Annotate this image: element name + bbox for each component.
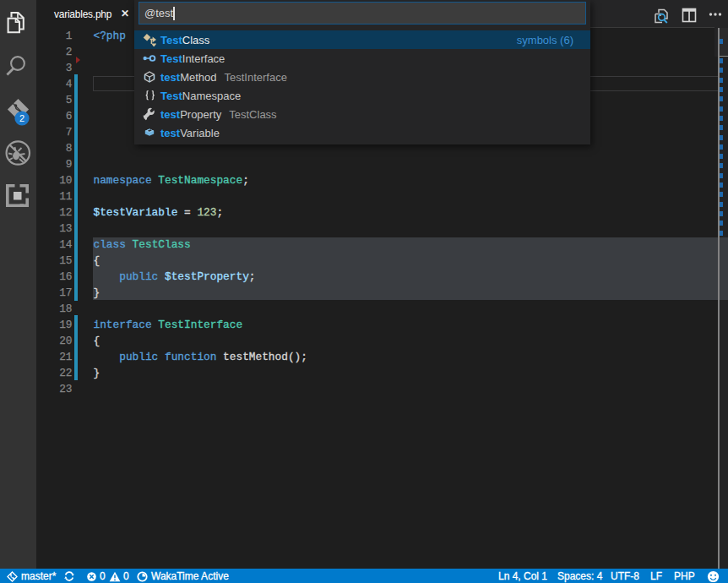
svg-text:2: 2: [19, 113, 24, 123]
